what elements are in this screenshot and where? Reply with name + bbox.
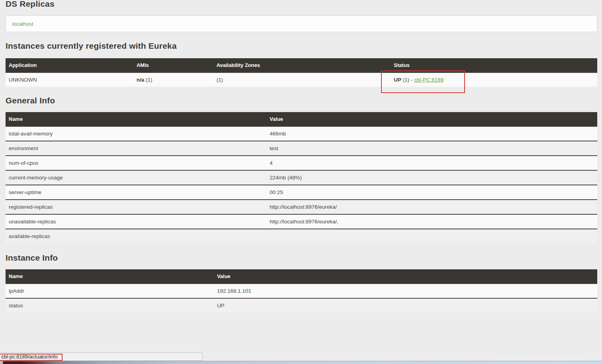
page-title: DS Replicas	[6, 0, 597, 9]
ds-replicas-panel: localhost	[6, 15, 597, 32]
window-edge-strip	[0, 361, 602, 364]
info-name: total-avail-memory	[6, 126, 267, 141]
info-value: 466mb	[267, 126, 597, 141]
info-value: UP	[214, 298, 597, 313]
info-value: http://localhost:8976/eureka/,	[267, 214, 597, 229]
instance-info-header-row: Name Value	[6, 269, 597, 284]
instances-header-row: Application AMIs Availability Zones Stat…	[6, 58, 597, 72]
table-row: available-replicas	[6, 229, 597, 243]
application-cell: UNKNOWN	[6, 72, 133, 87]
page-content: DS Replicas localhost Instances currentl…	[0, 0, 602, 313]
col-value: Value	[267, 112, 597, 126]
instance-info-table: Name Value ipAddr 192.168.1.101 status U…	[6, 269, 597, 313]
info-value: 4	[267, 156, 597, 170]
info-name: unavailable-replicas	[6, 214, 267, 229]
instance-info-heading: Instance Info	[6, 253, 597, 263]
amis-primary: n/a	[137, 77, 145, 83]
col-name: Name	[6, 269, 214, 284]
col-name: Name	[6, 112, 267, 126]
status-instance-link[interactable]: cbl-PC:8189	[414, 77, 444, 83]
status-detail: (1) -	[403, 77, 414, 83]
general-info-table: Name Value total-avail-memory 466mb envi…	[6, 112, 597, 243]
col-amis: AMIs	[133, 58, 213, 72]
info-value: http://localhost:8976/eureka/	[267, 200, 597, 214]
general-info-heading: General Info	[6, 96, 597, 105]
table-row: total-avail-memory 466mb	[6, 126, 597, 141]
zones-cell: (1)	[213, 72, 391, 87]
col-status: Status	[391, 58, 597, 72]
table-row: ipAddr 192.168.1.101	[6, 284, 597, 298]
info-value: 192.168.1.101	[214, 284, 597, 298]
amis-cell: n/a (1)	[133, 72, 213, 87]
col-availability-zones: Availability Zones	[213, 58, 391, 72]
col-application: Application	[6, 58, 133, 72]
info-value	[267, 229, 597, 243]
amis-count: (1)	[146, 77, 152, 83]
general-info-header-row: Name Value	[6, 112, 597, 126]
info-value: test	[267, 141, 597, 156]
info-name: environment	[6, 141, 267, 156]
col-value: Value	[214, 269, 597, 284]
info-value: 00:25	[267, 185, 597, 200]
info-name: ipAddr	[6, 284, 214, 298]
instance-row-unknown: UNKNOWN n/a (1) (1) UP (1) - cbl-PC:8189	[6, 72, 597, 87]
instances-heading: Instances currently registered with Eure…	[6, 41, 597, 51]
browser-link-preview-bar: cbl-pc:8189/actuator/info	[0, 353, 202, 361]
table-row: server-uptime 00:25	[6, 185, 597, 200]
info-name: available-replicas	[6, 229, 267, 243]
info-name: registered-replicas	[6, 200, 267, 214]
table-row: num-of-cpus 4	[6, 156, 597, 170]
table-row: unavailable-replicas http://localhost:89…	[6, 214, 597, 229]
status-state: UP	[394, 77, 402, 83]
table-row: registered-replicas http://localhost:897…	[6, 200, 597, 214]
table-row: status UP	[6, 298, 597, 313]
info-name: server-uptime	[6, 185, 267, 200]
replica-link-localhost[interactable]: localhost	[12, 21, 33, 27]
watermark-text: https://blog.csdn.net/cbl1369732	[493, 351, 597, 359]
info-name: num-of-cpus	[6, 156, 267, 170]
info-name: current-memory-usage	[6, 170, 267, 185]
instances-table: Application AMIs Availability Zones Stat…	[6, 58, 597, 87]
status-cell: UP (1) - cbl-PC:8189	[391, 72, 597, 87]
info-name: status	[6, 298, 214, 313]
info-value: 224mb (48%)	[267, 170, 597, 185]
table-row: current-memory-usage 224mb (48%)	[6, 170, 597, 185]
table-row: environment test	[6, 141, 597, 156]
